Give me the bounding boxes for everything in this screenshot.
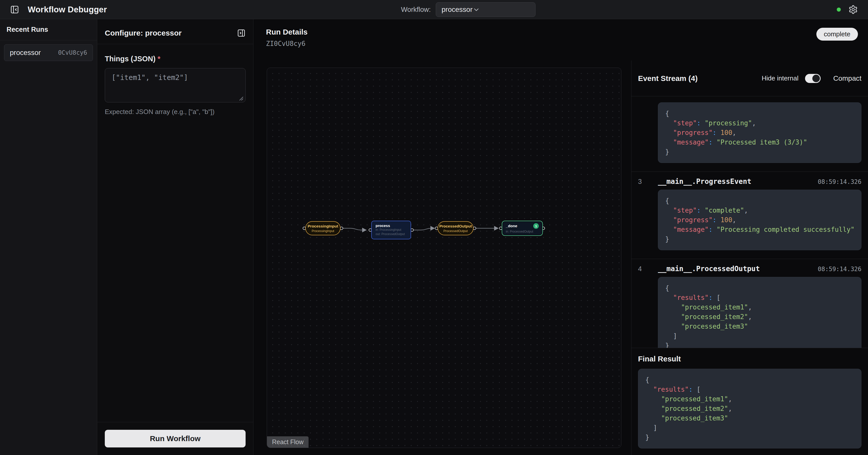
final-result-json: { "results": [ "processed_item1", "proce… (638, 369, 862, 449)
top-bar: Workflow Debugger Workflow: processor (0, 0, 868, 19)
app-window: Workflow Debugger Workflow: processor (0, 0, 868, 455)
final-result-title: Final Result (638, 354, 862, 363)
event-item: { "step": "processing", "progress": 100,… (631, 96, 868, 171)
configure-panel: Configure: processor Things (JSON)* (97, 19, 253, 455)
event-list: { "step": "processing", "progress": 100,… (631, 96, 868, 348)
workflow-canvas[interactable]: ProcessingInput ProcessingInput process … (267, 67, 621, 448)
run-details-id: ZI0CvU8cy6 (266, 40, 308, 48)
graph-node-processed-output[interactable]: ProcessedOutput ProcessedOutput (437, 221, 473, 235)
node-title: ProcessingInput (308, 224, 338, 228)
node-subtitle: ProcessedOutput (443, 229, 468, 233)
event-number: 3 (638, 178, 658, 186)
collapse-panel-button[interactable] (237, 29, 246, 37)
event-name: __main__.ProgressEvent (658, 177, 751, 186)
event-header[interactable]: 4 __main__.ProcessedOutput 08:59:14.326 (638, 264, 862, 273)
event-payload-json: { "results": [ "processed_item1", "proce… (658, 277, 862, 348)
configure-title: Configure: processor (105, 29, 182, 37)
run-list-item[interactable]: processor 0CvU8cy6 (4, 45, 93, 61)
event-payload-json: { "step": "processing", "progress": 100,… (658, 103, 862, 163)
event-stream-title: Event Stream (4) (638, 74, 698, 83)
node-inputs: in: ProcessedOutput (506, 230, 539, 233)
event-name: __main__.ProcessedOutput (658, 264, 760, 273)
connection-status-dot (837, 7, 841, 11)
recent-runs-title: Recent Runs (0, 19, 97, 40)
sidebar-toggle-button[interactable] (10, 5, 19, 14)
event-item: 4 __main__.ProcessedOutput 08:59:14.326 … (631, 259, 868, 348)
event-item: 3 __main__.ProgressEvent 08:59:14.326 { … (631, 171, 868, 259)
app-title: Workflow Debugger (28, 5, 107, 15)
run-details-area: Run Details ZI0CvU8cy6 complete (253, 19, 868, 455)
hide-internal-label: Hide internal (762, 75, 799, 82)
event-header[interactable]: 3 __main__.ProgressEvent 08:59:14.326 (638, 177, 862, 186)
node-subtitle: ProcessingInput (312, 229, 334, 233)
gear-icon (848, 5, 858, 15)
graph-node-process[interactable]: process in: ProcessingInput out: Process… (371, 221, 411, 239)
things-json-input[interactable] (105, 68, 246, 103)
node-title: process (376, 224, 407, 228)
node-title: ProcessedOutput (439, 224, 472, 228)
things-field-label: Things (JSON)* (105, 55, 246, 63)
panel-left-collapse-icon (10, 5, 19, 14)
run-id: 0CvU8cy6 (58, 49, 87, 56)
hide-internal-toggle[interactable] (805, 74, 820, 83)
status-badge: complete (816, 28, 858, 40)
event-number: 4 (638, 265, 658, 273)
workflow-select-value: processor (441, 5, 472, 13)
field-helper-text: Expected: JSON array (e.g., ["a", "b"]) (105, 108, 246, 116)
run-details-header: Run Details ZI0CvU8cy6 complete (253, 19, 868, 60)
panel-right-collapse-icon (237, 29, 246, 37)
recent-runs-list: processor 0CvU8cy6 (0, 40, 97, 65)
recent-runs-sidebar: Recent Runs processor 0CvU8cy6 (0, 19, 97, 455)
graph-node-processing-input[interactable]: ProcessingInput ProcessingInput (305, 221, 341, 235)
workflow-label: Workflow: (401, 6, 431, 13)
event-payload-json: { "step": "complete", "progress": 100, "… (658, 190, 862, 250)
final-result-section: Final Result { "results": [ "processed_i… (631, 348, 868, 455)
run-details-title: Run Details (266, 28, 308, 36)
event-timestamp: 08:59:14.326 (818, 265, 862, 273)
required-asterisk: * (157, 55, 160, 63)
graph-canvas-wrap: ProcessingInput ProcessingInput process … (253, 60, 631, 455)
run-workflow-button[interactable]: Run Workflow (105, 430, 246, 448)
node-outputs: out: ProcessedOutput (376, 232, 407, 236)
node-title: _done (506, 224, 517, 228)
settings-button[interactable] (848, 5, 858, 15)
node-inputs: in: ProcessingInput (376, 228, 407, 232)
node-count-badge: 1 (533, 223, 539, 229)
react-flow-attribution[interactable]: React Flow (267, 436, 309, 448)
chevron-down-icon (472, 6, 480, 13)
event-stream-panel: Event Stream (4) Hide internal Compact (631, 60, 868, 455)
toggle-knob (812, 75, 820, 82)
graph-edges (267, 68, 621, 448)
workflow-select[interactable]: processor (436, 2, 535, 17)
event-timestamp: 08:59:14.326 (818, 178, 862, 186)
graph-node-done[interactable]: _done 1 in: ProcessedOutput (502, 221, 543, 236)
run-name: processor (10, 49, 41, 57)
compact-button[interactable]: Compact (833, 75, 862, 83)
